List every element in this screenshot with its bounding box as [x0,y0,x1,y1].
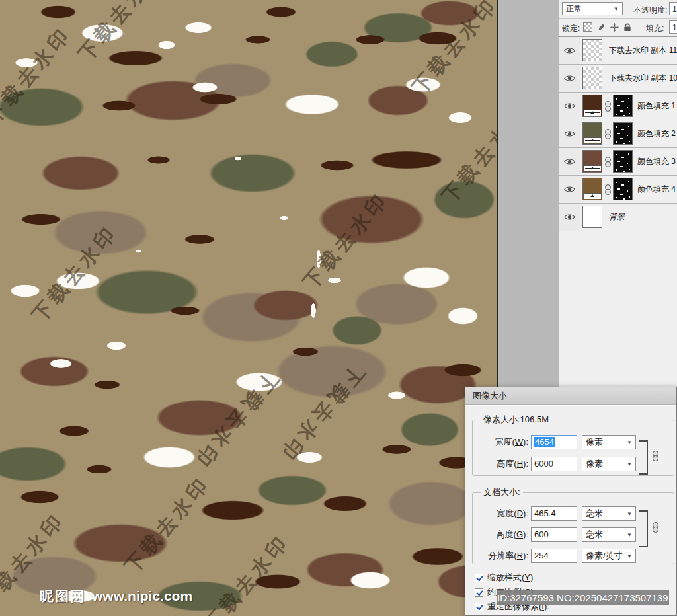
fill-label: 填充: [646,23,664,34]
layer-name[interactable]: 颜色填充 1 [637,93,676,120]
chevron-down-icon: ▼ [627,440,632,445]
document-canvas[interactable]: 下载去水印下载去水印下载去水印下载去水印下载去水印下载去水印下载去水印下载去水印… [0,0,498,616]
layer-name[interactable]: 下载去水印 副本 10 [609,65,677,92]
px-width-unit-select[interactable]: 像素▼ [582,435,636,449]
eye-icon [564,47,575,54]
px-height-label: 高度(H): [474,457,528,471]
document-size-label: 文档大小: [481,486,523,498]
visibility-toggle[interactable] [559,120,580,147]
lock-all-padlock-icon[interactable] [623,23,631,32]
layer-row[interactable]: 背景 [559,204,677,231]
resolution-unit-select[interactable]: 像素/英寸▼ [582,549,636,563]
nipic-logo: 昵图网 www.nipic.com [40,587,192,605]
scale-styles-label: 缩放样式(Y) [487,572,533,584]
pixel-size-label: 像素大小:106.5M [481,414,551,426]
site-name: 昵图网 [40,587,85,605]
checkbox-icon [475,603,483,611]
layer-row[interactable]: 颜色填充 1 [559,93,677,120]
fill-color-thumbnail[interactable] [582,178,602,200]
fill-slider [584,110,601,116]
blend-mode-value: 正常 [566,3,582,15]
canvas-watermark-text: 下载去水印 [73,0,170,67]
px-height-unit-select[interactable]: 像素▼ [582,457,636,471]
blend-opacity-row: 正常 ▼ 不透明度: 1 [559,0,677,19]
link-icon [605,184,611,195]
canvas-watermark-text: 下载去水印 [198,529,296,616]
canvas-watermark-text: 下载去水印 [119,471,216,579]
link-bracket [639,440,648,475]
pixel-size-group: 像素大小:106.5M 宽度(W): 4654 像素▼ 高度(H): 6000 … [472,414,674,476]
layer-name[interactable]: 下载去水印 副本 11 [609,37,677,64]
visibility-toggle[interactable] [559,93,580,120]
opacity-field[interactable]: 1 [669,2,677,15]
doc-height-unit-select[interactable]: 毫米▼ [582,527,636,542]
visibility-toggle[interactable] [559,204,580,231]
image-size-dialog: 图像大小 像素大小:106.5M 宽度(W): 4654 像素▼ 高度(H): … [465,387,677,616]
visibility-toggle[interactable] [559,37,580,64]
resolution-label: 分辨率(R): [474,549,528,563]
layer-row[interactable]: 下载去水印 副本 11 [559,37,677,65]
link-icon [605,157,611,167]
opacity-label: 不透明度: [633,5,667,16]
doc-height-label: 高度(G): [474,527,528,542]
dialog-title[interactable]: 图像大小 [465,387,676,405]
chevron-down-icon: ▼ [627,532,632,538]
layer-mask-thumbnail[interactable] [613,122,633,145]
layer-name[interactable]: 颜色填充 2 [637,120,676,147]
canvas-watermark-text: 下载去水印 [293,607,390,616]
fill-field[interactable]: 1 [669,20,677,34]
layer-thumbnail[interactable] [582,206,602,228]
layer-thumbnail[interactable] [582,39,602,61]
chain-link-icon [653,451,658,461]
dialog-body: 像素大小:106.5M 宽度(W): 4654 像素▼ 高度(H): 6000 … [465,405,676,615]
layer-mask-thumbnail[interactable] [613,178,633,200]
blend-mode-select[interactable]: 正常 ▼ [562,2,623,15]
canvas-watermark-text: 下载去水印 [298,186,395,295]
visibility-toggle[interactable] [559,148,580,175]
checkbox-icon [475,588,483,597]
doc-width-input[interactable]: 465.4 [531,506,577,521]
photoshop-window: 下载去水印下载去水印下载去水印下载去水印下载去水印下载去水印下载去水印下载去水印… [0,0,677,616]
site-url: www.nipic.com [92,588,192,604]
fill-color-thumbnail[interactable] [582,95,602,117]
layer-thumbnail[interactable] [582,67,602,89]
link-bracket [639,510,648,547]
visibility-toggle[interactable] [559,176,580,203]
link-icon [605,129,611,139]
lock-pixels-brush-icon[interactable] [597,23,606,32]
layer-mask-thumbnail[interactable] [613,95,633,117]
scale-styles-checkbox[interactable]: 缩放样式(Y) [475,572,533,583]
eye-icon [564,213,575,221]
layer-mask-thumbnail[interactable] [613,150,633,173]
chevron-down-icon: ▼ [627,511,632,517]
layer-name[interactable]: 颜色填充 4 [637,176,676,203]
lock-position-move-icon[interactable] [610,23,619,32]
px-width-input[interactable]: 4654 [531,435,577,449]
lock-transparency-icon[interactable] [583,22,592,32]
eye-icon [564,130,575,137]
eye-icon [564,158,575,165]
visibility-toggle[interactable] [559,65,580,92]
layer-row[interactable]: 颜色填充 3 [559,148,677,176]
px-width-label: 宽度(W): [474,435,528,449]
layer-name[interactable]: 颜色填充 3 [637,148,676,175]
doc-height-input[interactable]: 600 [531,527,577,542]
eye-icon [564,102,575,110]
fill-slider [584,137,601,143]
layer-row[interactable]: 颜色填充 2 [559,120,677,148]
px-height-input[interactable]: 6000 [531,457,577,471]
chevron-down-icon: ▼ [627,461,632,467]
link-icon [605,101,611,112]
doc-width-unit-select[interactable]: 毫米▼ [582,506,636,521]
canvas-watermark-text: 下载去水印 [273,360,370,468]
chevron-down-icon: ▼ [627,553,632,559]
chain-link-icon [653,522,658,533]
fill-color-thumbnail[interactable] [582,122,602,145]
doc-width-label: 宽度(D): [474,506,528,521]
resolution-input[interactable]: 254 [531,549,577,563]
layer-row[interactable]: 下载去水印 副本 10 [559,65,677,93]
fill-color-thumbnail[interactable] [582,150,602,173]
layer-row[interactable]: 颜色填充 4 [559,176,677,204]
fill-slider [584,165,601,171]
layer-name[interactable]: 背景 [609,204,625,231]
